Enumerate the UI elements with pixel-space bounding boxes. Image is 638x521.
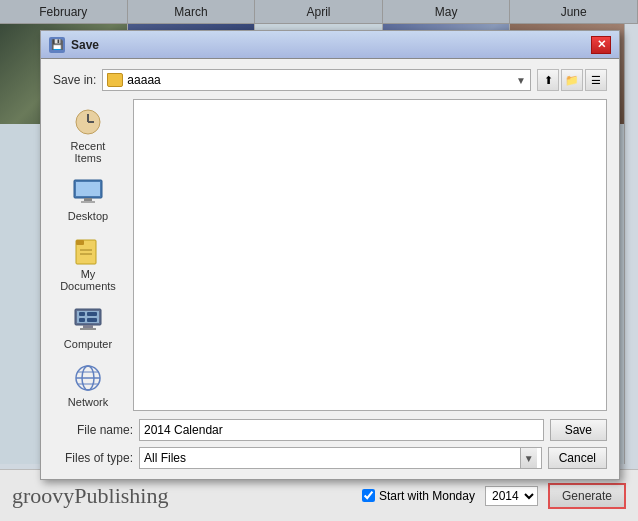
file-name-input[interactable] [139,419,544,441]
month-may: May [383,0,511,23]
svg-rect-16 [87,312,97,316]
folder-icon [107,73,123,87]
chevron-down-icon: ▼ [516,75,526,86]
file-name-row: File name: Save [53,419,607,441]
places-panel: Recent Items Desktop [53,99,123,411]
dialog-icon: 💾 [49,37,65,53]
view-button[interactable]: ☰ [585,69,607,91]
svg-rect-15 [79,312,85,316]
close-button[interactable]: ✕ [591,36,611,54]
start-with-monday-checkbox[interactable] [362,489,375,502]
svg-rect-13 [83,325,93,328]
dialog-titlebar: 💾 Save ✕ [41,31,619,59]
calendar-month-header: February March April May June [0,0,638,24]
network-label: Network [68,396,108,408]
generate-button[interactable]: Generate [548,483,626,509]
network-icon [72,362,104,394]
svg-rect-4 [76,182,100,196]
toolbar-icons: ⬆ 📁 ☰ [537,69,607,91]
save-in-row: Save in: aaaaa ▼ ⬆ 📁 ☰ [53,69,607,91]
month-march: March [128,0,256,23]
navigate-up-button[interactable]: ⬆ [537,69,559,91]
file-name-label: File name: [53,423,133,437]
save-button[interactable]: Save [550,419,607,441]
svg-rect-14 [80,328,96,330]
dialog-body: Save in: aaaaa ▼ ⬆ 📁 ☰ [41,59,619,479]
file-type-value: All Files [144,451,520,465]
bottom-fields: File name: Save Files of type: All Files… [53,419,607,469]
month-april: April [255,0,383,23]
svg-rect-5 [84,198,92,201]
computer-icon [72,304,104,336]
svg-rect-8 [76,240,84,245]
new-folder-button[interactable]: 📁 [561,69,583,91]
file-type-row: Files of type: All Files ▼ Cancel [53,447,607,469]
brand-text: groovyPublishing [12,483,352,509]
file-area [133,99,607,411]
start-with-monday-label: Start with Monday [379,489,475,503]
save-in-combo[interactable]: aaaaa ▼ [102,69,531,91]
desktop-label: Desktop [68,210,108,222]
dialog-main: Recent Items Desktop [53,99,607,411]
nav-computer[interactable]: Computer [56,301,120,353]
nav-network[interactable]: Network [56,359,120,411]
nav-recent-items[interactable]: Recent Items [56,103,120,167]
scrollbar[interactable] [624,24,638,464]
file-type-arrow-icon: ▼ [520,448,537,468]
my-documents-label: My Documents [59,268,117,292]
year-select[interactable]: 2014 2015 2013 [485,486,538,506]
nav-desktop[interactable]: Desktop [56,173,120,225]
computer-label: Computer [64,338,112,350]
month-february: February [0,0,128,23]
save-dialog: 💾 Save ✕ Save in: aaaaa ▼ ⬆ 📁 ☰ [40,30,620,480]
file-type-combo[interactable]: All Files ▼ [139,447,542,469]
my-documents-icon [72,234,104,266]
nav-my-documents[interactable]: My Documents [56,231,120,295]
dialog-title: Save [71,38,591,52]
cancel-button[interactable]: Cancel [548,447,607,469]
start-with-monday-area: Start with Monday [362,489,475,503]
svg-rect-6 [81,201,95,203]
file-type-label: Files of type: [53,451,133,465]
svg-rect-17 [79,318,85,322]
save-in-label: Save in: [53,73,96,87]
svg-rect-18 [87,318,97,322]
save-in-value: aaaaa [127,73,512,87]
desktop-icon [72,176,104,208]
month-june: June [510,0,638,23]
recent-items-label: Recent Items [59,140,117,164]
action-buttons: Save [550,419,607,441]
cancel-button-container: Cancel [548,447,607,469]
recent-items-icon [72,106,104,138]
